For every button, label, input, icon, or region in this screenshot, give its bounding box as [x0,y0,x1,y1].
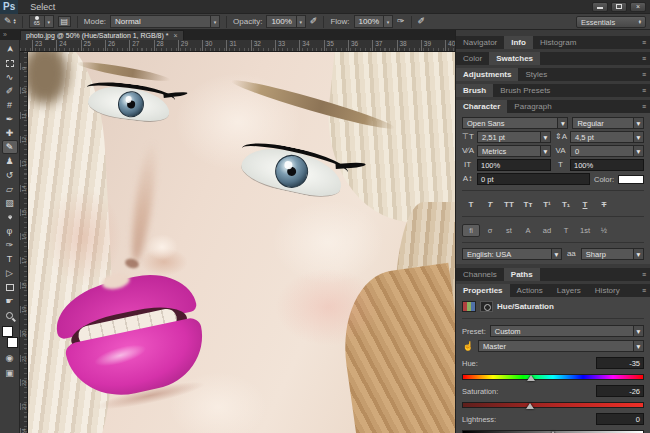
hue-slider-thumb[interactable] [527,375,535,381]
type-style-button-0[interactable]: T [462,198,480,211]
tab-styles[interactable]: Styles [518,68,554,81]
font-size-select[interactable]: 2,51 pt ▾ [477,131,551,143]
lasso-tool[interactable]: ∿ [2,70,18,84]
panel-menu-icon[interactable]: ≡ [642,287,650,294]
type-style-button-7[interactable]: T [595,198,613,211]
anti-alias-select[interactable]: Sharp ▾ [581,248,644,260]
background-color-swatch[interactable] [7,337,18,348]
blur-tool[interactable]: ♠ [2,210,18,224]
history-brush-tool[interactable]: ↺ [2,168,18,182]
gradient-tool[interactable]: ▧ [2,196,18,210]
opentype-button-2[interactable]: st [500,224,518,237]
hue-slider[interactable] [462,374,644,380]
font-family-select[interactable]: Open Sans ▾ [462,117,568,129]
clone-stamp-tool[interactable]: ♟ [2,154,18,168]
type-style-button-3[interactable]: Tᴛ [519,198,537,211]
tab-brush[interactable]: Brush [456,84,493,97]
pressure-size-icon[interactable]: ✐ [418,17,426,26]
leading-select[interactable]: 4,5 pt ▾ [570,131,644,143]
tab-swatches[interactable]: Swatches [489,52,540,65]
opentype-button-5[interactable]: T [557,224,575,237]
foreground-color-swatch[interactable] [2,326,13,337]
shape-tool[interactable] [2,280,18,294]
tab-navigator[interactable]: Navigator [456,36,504,49]
opentype-button-4[interactable]: ad [538,224,556,237]
type-style-button-1[interactable]: T [481,198,499,211]
menu-select[interactable]: Select [24,0,68,14]
eyedropper-tool[interactable]: ✒ [2,112,18,126]
type-style-button-2[interactable]: TT [500,198,518,211]
workspace-switcher[interactable]: Essentials ▴▾ [576,16,646,28]
panel-menu-icon[interactable]: ≡ [642,71,650,78]
tab-color[interactable]: Color [456,52,489,65]
saturation-value-field[interactable]: -26 [596,385,644,397]
screen-mode-button[interactable]: ▣ [5,368,14,378]
tab-paragraph[interactable]: Paragraph [507,100,558,113]
text-color-swatch[interactable] [618,175,644,184]
opentype-button-0[interactable]: fi [462,224,480,237]
flow-select[interactable]: 100% ▾ [354,15,393,28]
saturation-slider[interactable] [462,402,644,408]
preset-select[interactable]: Custom ▾ [490,325,644,337]
kerning-select[interactable]: Metrics ▾ [477,145,551,157]
tracking-select[interactable]: 0 ▾ [570,145,644,157]
close-button[interactable]: × [630,2,646,12]
channel-select[interactable]: Master ▾ [478,340,644,352]
tab-layers[interactable]: Layers [550,284,588,297]
crop-tool[interactable]: # [2,98,18,112]
tab-history[interactable]: History [588,284,627,297]
toggle-brush-panel-icon[interactable]: ▤ [58,16,71,27]
healing-brush-tool[interactable]: ✚ [2,126,18,140]
tab-brush-presets[interactable]: Brush Presets [493,84,557,97]
close-tab-icon[interactable]: × [174,32,178,39]
brush-tool[interactable]: ✎ [2,140,18,154]
lightness-value-field[interactable]: 0 [596,413,644,425]
tab-channels[interactable]: Channels [456,268,504,281]
opacity-select[interactable]: 100% ▾ [266,15,305,28]
canvas[interactable] [28,52,455,433]
brush-size-picker[interactable]: 65 ▾ [29,15,54,28]
minimize-button[interactable] [592,2,608,12]
quick-mask-button[interactable]: ◉ [6,353,14,363]
tab-actions[interactable]: Actions [510,284,550,297]
vertical-scale-field[interactable]: 100% [477,159,551,171]
tab-character[interactable]: Character [456,100,507,113]
baseline-shift-field[interactable]: 0 pt [477,173,590,185]
tab-properties[interactable]: Properties [456,284,510,297]
tab-info[interactable]: Info [504,36,533,49]
mode-select[interactable]: Normal ▾ [110,15,220,28]
tab-adjustments[interactable]: Adjustments [456,68,518,81]
dodge-tool[interactable]: φ [2,224,18,238]
panel-menu-icon[interactable]: ≡ [642,55,650,62]
panel-menu-icon[interactable]: ≡ [642,39,650,46]
restore-button[interactable] [611,2,627,12]
panel-menu-icon[interactable]: ≡ [642,271,650,278]
type-tool[interactable]: T [2,252,18,266]
opentype-button-3[interactable]: A [519,224,537,237]
move-tool[interactable]: ➤ [3,41,17,57]
horizontal-scale-field[interactable]: 100% [570,159,644,171]
pen-tool[interactable]: ✑ [2,238,18,252]
font-style-select[interactable]: Regular ▾ [572,117,644,129]
type-style-button-6[interactable]: T [576,198,594,211]
tool-preset-picker[interactable]: ✎ ▴▾ [4,17,16,26]
double-arrow-icon[interactable]: » [3,30,7,40]
saturation-slider-thumb[interactable] [526,403,534,409]
opentype-button-6[interactable]: 1st [576,224,594,237]
airbrush-icon[interactable]: ✑ [397,17,405,26]
eraser-tool[interactable]: ▱ [2,182,18,196]
type-style-button-5[interactable]: T₁ [557,198,575,211]
tab-histogram[interactable]: Histogram [533,36,583,49]
opentype-button-1[interactable]: σ [481,224,499,237]
quick-selection-tool[interactable]: ✐ [2,84,18,98]
path-selection-tool[interactable]: ▷ [2,266,18,280]
document-tab[interactable]: photo.jpg @ 50% (Hue/Saturation 1, RGB/8… [20,30,184,40]
language-select[interactable]: English: USA ▾ [462,248,562,260]
opentype-button-7[interactable]: ½ [595,224,613,237]
targeted-adjustment-icon[interactable]: ☝ [462,341,474,351]
type-style-button-4[interactable]: T¹ [538,198,556,211]
pressure-opacity-icon[interactable]: ✐ [310,17,318,26]
panel-menu-icon[interactable]: ≡ [642,87,650,94]
hue-value-field[interactable]: -35 [596,357,644,369]
panel-menu-icon[interactable]: ≡ [642,103,650,110]
